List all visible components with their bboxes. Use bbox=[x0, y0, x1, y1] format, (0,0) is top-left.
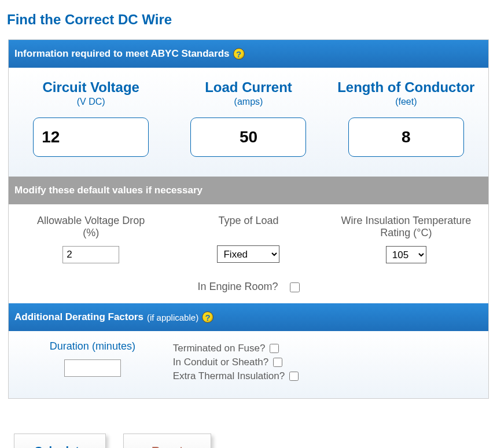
current-unit: (amps) bbox=[170, 97, 327, 107]
insulation-label-2: Rating (°C) bbox=[380, 227, 432, 238]
derating-header: Additional Derating Factors (if applicab… bbox=[9, 303, 488, 331]
voltage-label: Circuit Voltage bbox=[12, 79, 170, 96]
info-header: Information required to meet ABYC Standa… bbox=[9, 40, 488, 68]
length-unit: (feet) bbox=[327, 97, 485, 107]
insulation-label: Wire Insulation Temperature Rating (°C) bbox=[327, 215, 485, 239]
calculate-button[interactable]: Calculate bbox=[14, 434, 106, 448]
voltage-drop-label-2: (%) bbox=[83, 227, 99, 238]
insulation-select[interactable]: 105 bbox=[386, 246, 426, 263]
derating-header-sub: (if applicable) bbox=[147, 313, 198, 322]
duration-label: Duration (minutes) bbox=[12, 340, 173, 352]
voltage-drop-input[interactable] bbox=[62, 246, 119, 263]
in-conduit-label: In Conduit or Sheath? bbox=[173, 357, 268, 368]
terminated-fuse-label: Terminated on Fuse? bbox=[173, 343, 266, 354]
current-input[interactable] bbox=[190, 117, 306, 157]
derating-header-text: Additional Derating Factors bbox=[14, 311, 143, 323]
load-type-label: Type of Load bbox=[170, 215, 327, 227]
current-label: Load Current bbox=[170, 79, 327, 96]
terminated-fuse-checkbox[interactable] bbox=[270, 344, 279, 353]
length-input[interactable] bbox=[348, 117, 464, 157]
info-body: Circuit Voltage (V DC) Load Current (amp… bbox=[9, 68, 488, 177]
help-icon[interactable]: ? bbox=[233, 48, 245, 60]
voltage-unit: (V DC) bbox=[12, 97, 170, 107]
defaults-body: Allowable Voltage Drop (%) Type of Load … bbox=[9, 204, 488, 303]
engine-room-label: In Engine Room? bbox=[197, 281, 278, 292]
voltage-drop-label: Allowable Voltage Drop (%) bbox=[12, 215, 170, 239]
defaults-header-text: Modify these default values if necessary bbox=[14, 185, 203, 196]
voltage-input[interactable] bbox=[33, 117, 149, 157]
engine-room-checkbox[interactable] bbox=[290, 282, 300, 292]
help-icon[interactable]: ? bbox=[202, 311, 213, 323]
extra-thermal-checkbox[interactable] bbox=[289, 372, 299, 381]
defaults-header: Modify these default values if necessary bbox=[9, 177, 488, 204]
info-header-text: Information required to meet ABYC Standa… bbox=[14, 48, 230, 60]
duration-input[interactable] bbox=[64, 359, 121, 377]
page-title: Find the Correct DC Wire bbox=[0, 0, 497, 39]
reset-button[interactable]: Reset bbox=[123, 434, 211, 448]
voltage-drop-label-1: Allowable Voltage Drop bbox=[37, 215, 145, 226]
engine-room-row: In Engine Room? bbox=[12, 281, 485, 293]
in-conduit-checkbox[interactable] bbox=[273, 358, 282, 367]
extra-thermal-label: Extra Thermal Insulation? bbox=[173, 370, 285, 382]
calculator-panel: Information required to meet ABYC Standa… bbox=[8, 39, 489, 399]
load-type-select[interactable]: Fixed bbox=[217, 245, 279, 263]
insulation-label-1: Wire Insulation Temperature bbox=[341, 215, 471, 226]
derating-body: Duration (minutes) Terminated on Fuse? I… bbox=[9, 331, 488, 398]
length-label: Length of Conductor bbox=[327, 79, 485, 96]
